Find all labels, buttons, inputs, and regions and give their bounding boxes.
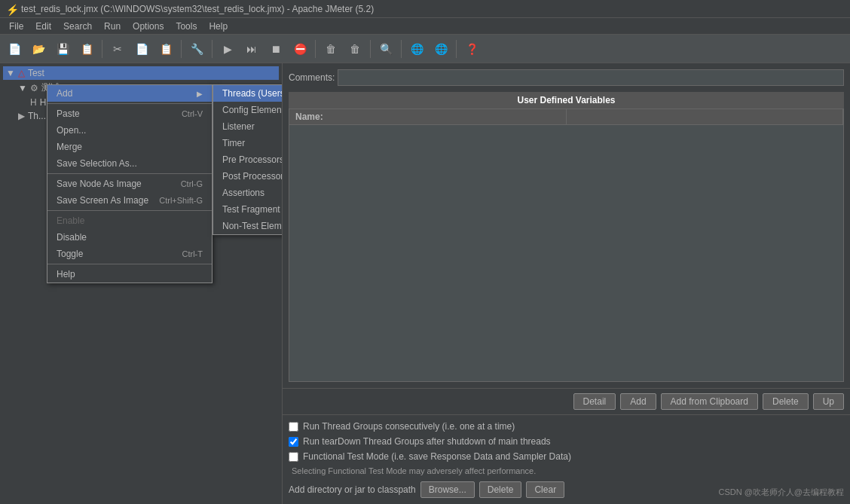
menu-search[interactable]: Search — [57, 20, 98, 33]
add-button[interactable]: Add — [620, 393, 656, 410]
cm-save-node-image[interactable]: Save Node As Image Ctrl-G — [47, 176, 212, 192]
sm-test-fragment[interactable]: Test Fragment ▶ — [213, 201, 283, 218]
checkbox-consecutive[interactable] — [289, 422, 298, 432]
cm-disable[interactable]: Disable — [47, 229, 212, 246]
cm-help[interactable]: Help — [47, 266, 212, 283]
sm-post-processors[interactable]: Post Processors ▶ — [213, 168, 283, 185]
action-buttons: Detail Add Add from Clipboard Delete Up — [283, 388, 850, 414]
up-button[interactable]: Up — [813, 393, 844, 410]
delete-button[interactable]: Delete — [763, 393, 809, 410]
title-text: test_redis_lock.jmx (C:\WINDOWS\system32… — [21, 4, 374, 14]
menu-help[interactable]: Help — [203, 20, 234, 33]
cm-open[interactable]: Open... — [47, 122, 212, 139]
sm-listener[interactable]: Listener ▶ — [213, 118, 283, 135]
title-bar: ⚡ test_redis_lock.jmx (C:\WINDOWS\system… — [0, 0, 850, 18]
sm-assertions[interactable]: Assertions ▶ — [213, 185, 283, 201]
cm-add[interactable]: Add ▶ — [47, 85, 212, 102]
cm-save-screen-image[interactable]: Save Screen As Image Ctrl+Shift-G — [47, 192, 212, 209]
cm-sep-2 — [47, 173, 212, 174]
checkbox-teardown-label: Run tearDown Thread Groups after shutdow… — [303, 436, 551, 447]
remote-stop-button[interactable]: 🌐 — [430, 38, 452, 60]
content-area: Comments: User Defined Variables Name: — [283, 63, 850, 388]
comments-label: Comments: — [289, 72, 335, 83]
delete-classpath-button[interactable]: Delete — [479, 481, 522, 498]
comments-input[interactable] — [338, 69, 844, 86]
cm-paste[interactable]: Paste Ctrl-V — [47, 105, 212, 122]
cm-sep-1 — [47, 103, 212, 104]
right-panel: Comments: User Defined Variables Name: D… — [283, 63, 850, 504]
remote-start-button[interactable]: 🌐 — [405, 38, 428, 60]
menu-file[interactable]: File — [3, 20, 29, 33]
menu-options[interactable]: Options — [127, 20, 170, 33]
app-icon: ⚡ — [6, 4, 17, 14]
checkbox-row-2: Run tearDown Thread Groups after shutdow… — [289, 436, 844, 447]
stop-button[interactable]: ⏹ — [264, 38, 287, 60]
open-button[interactable]: 📂 — [27, 38, 50, 60]
menu-edit[interactable]: Edit — [29, 20, 57, 33]
clear-all-button[interactable]: 🗑 — [344, 38, 366, 60]
sm-config-element[interactable]: Config Element ▶ — [213, 102, 283, 118]
save-button[interactable]: 💾 — [51, 38, 74, 60]
variables-section: User Defined Variables Name: — [289, 92, 844, 382]
submenu-threads: Threads (Users) ▶ Config Element ▶ Liste… — [212, 84, 283, 235]
watermark: CSDN @吹老师介人@去编程教程 — [718, 487, 844, 498]
cm-sep-4 — [47, 264, 212, 264]
find-button[interactable]: 🔍 — [375, 38, 397, 60]
cm-toggle[interactable]: Toggle Ctrl-T — [47, 246, 212, 262]
toolbar-sep-1 — [102, 40, 102, 58]
warning-text: Selecting Functional Test Mode may adver… — [292, 466, 844, 475]
variables-table: Name: — [289, 108, 844, 382]
cm-merge[interactable]: Merge — [47, 139, 212, 155]
sm-timer[interactable]: Timer ▶ — [213, 135, 283, 151]
run-button[interactable]: ▶ — [216, 38, 239, 60]
copy-button[interactable]: 📄 — [130, 38, 153, 60]
checkbox-row-3: Functional Test Mode (i.e. save Response… — [289, 451, 844, 462]
menu-tools[interactable]: Tools — [170, 20, 203, 33]
main-layout: ▼ △ Test ▼ ⚙ 测试... H H... ▶ Th... — [0, 63, 850, 504]
sm-non-test[interactable]: Non-Test Elements ▶ — [213, 218, 283, 234]
sm-threads-users[interactable]: Threads (Users) ▶ — [213, 85, 283, 102]
help-button[interactable]: ❓ — [460, 38, 483, 60]
clear-button[interactable]: Clear — [526, 481, 564, 498]
classpath-label: Add directory or jar to classpath — [289, 484, 416, 495]
cm-enable: Enable — [47, 212, 212, 229]
checkbox-row-1: Run Thread Groups consecutively (i.e. on… — [289, 421, 844, 432]
add-from-clipboard-button[interactable]: Add from Clipboard — [661, 393, 758, 410]
context-menu: Add ▶ Paste Ctrl-V Open... Merge Save Se… — [47, 84, 212, 283]
cm-add-arrow: ▶ — [197, 90, 203, 98]
cm-save-selection[interactable]: Save Selection As... — [47, 155, 212, 172]
toolbar-sep-2 — [181, 40, 182, 58]
th-name: Name: — [289, 109, 567, 124]
new-button[interactable]: 📄 — [3, 38, 26, 60]
stop-force-button[interactable]: ⛔ — [289, 38, 311, 60]
checkbox-teardown[interactable] — [289, 437, 298, 447]
menu-bar: File Edit Search Run Options Tools Help — [0, 18, 850, 35]
browse-button[interactable]: Browse... — [420, 481, 475, 498]
toolbar: 📄 📂 💾 📋 ✂ 📄 📋 🔧 ▶ ⏭ ⏹ ⛔ 🗑 🗑 🔍 🌐 🌐 ❓ — [0, 35, 850, 63]
table-header: Name: — [289, 109, 843, 125]
paste-button[interactable]: 📋 — [154, 38, 177, 60]
checkbox-consecutive-label: Run Thread Groups consecutively (i.e. on… — [303, 421, 515, 432]
left-panel: ▼ △ Test ▼ ⚙ 测试... H H... ▶ Th... — [0, 63, 283, 504]
detail-button[interactable]: Detail — [573, 393, 616, 410]
sm-pre-processors[interactable]: Pre Processors ▶ — [213, 151, 283, 168]
menu-run[interactable]: Run — [98, 20, 127, 33]
toolbar-sep-4 — [315, 40, 316, 58]
expand-button[interactable]: 🔧 — [185, 38, 208, 60]
context-menu-overlay: Add ▶ Paste Ctrl-V Open... Merge Save Se… — [0, 63, 282, 504]
checkbox-functional[interactable] — [289, 452, 298, 462]
toolbar-sep-7 — [456, 40, 457, 58]
toolbar-sep-5 — [370, 40, 371, 58]
checkbox-functional-label: Functional Test Mode (i.e. save Response… — [303, 451, 571, 462]
toolbar-sep-3 — [212, 40, 212, 58]
th-value — [567, 109, 844, 124]
comments-row: Comments: — [289, 69, 844, 86]
cm-sep-3 — [47, 210, 212, 211]
toolbar-sep-6 — [401, 40, 402, 58]
variables-title: User Defined Variables — [289, 92, 844, 108]
cut-button[interactable]: ✂ — [106, 38, 129, 60]
save-as-button[interactable]: 📋 — [75, 38, 98, 60]
clear-button[interactable]: 🗑 — [320, 38, 342, 60]
run-next-button[interactable]: ⏭ — [240, 38, 263, 60]
